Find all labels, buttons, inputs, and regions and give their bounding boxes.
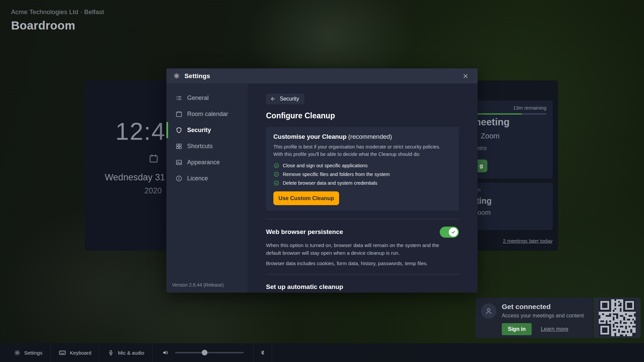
toggle-knob	[449, 228, 458, 237]
learn-more-link[interactable]: Learn more	[541, 326, 568, 332]
browser-persistence-note: Browser data includes cookies, form data…	[266, 260, 459, 266]
gear-icon	[173, 73, 180, 79]
current-meeting-provider: Zoom	[481, 132, 499, 140]
sign-in-button[interactable]: Sign in	[502, 323, 532, 335]
sidebar-item-label: Security	[187, 127, 211, 134]
volume-slider[interactable]	[175, 352, 244, 353]
version-label: Version 2.6.44 (Release)	[172, 282, 224, 288]
browser-persistence-description: When this option is turned on, browser d…	[266, 241, 454, 257]
sidebar-item-label: Appearance	[187, 159, 220, 166]
browser-persistence-toggle[interactable]	[440, 227, 459, 238]
settings-dialog-title: Settings	[184, 72, 210, 80]
clock-time: 12:4	[115, 117, 166, 145]
list-icon	[175, 95, 182, 102]
info-icon	[175, 175, 182, 182]
breadcrumb: Acme Technologies Ltd · Belfast	[11, 8, 104, 16]
bottom-keyboard-label: Keyboard	[70, 350, 91, 356]
divider	[266, 274, 459, 275]
next-meeting-provider: oom	[478, 209, 491, 217]
qr-code-tile	[594, 298, 641, 338]
calendar-icon	[175, 111, 182, 118]
person-icon	[481, 303, 496, 319]
shield-icon	[175, 127, 182, 134]
settings-content: Security Configure Cleanup Customise you…	[248, 83, 478, 293]
cleanup-profile-card: Customise your Cleanup (recommended) Thi…	[266, 127, 459, 211]
clock-date: Wednesday 31	[105, 172, 165, 183]
page-title: Configure Cleanup	[266, 111, 459, 120]
time-remaining-label: 13m remaining	[513, 105, 546, 111]
bottom-mic-button[interactable]: Mic & audio	[100, 343, 152, 362]
mic-icon	[108, 350, 114, 356]
settings-dialog-header: Settings	[166, 68, 478, 83]
next-meeting-title: ting	[476, 196, 492, 206]
keyboard-icon	[59, 349, 66, 356]
bottom-settings-button[interactable]: Settings	[0, 343, 51, 362]
cleanup-feature-label: Close and sign out specific applications	[283, 163, 368, 168]
bottom-bar: Settings Keyboard Mic & audio	[0, 343, 644, 362]
sidebar-item-general[interactable]: General	[166, 90, 248, 106]
arrow-left-icon	[270, 96, 276, 102]
sidebar-item-room-calendar[interactable]: Room calendar	[166, 106, 248, 122]
sidebar-item-label: General	[187, 95, 209, 102]
browser-persistence-title: Web browser persistence	[266, 228, 343, 236]
bluetooth-button[interactable]	[254, 343, 272, 362]
qr-code	[597, 299, 637, 336]
settings-sidebar: General Room calendar Security	[166, 83, 248, 293]
cleanup-feature-list: Close and sign out specific applications…	[273, 163, 451, 186]
cleanup-feature: Delete browser data and system credentia…	[273, 180, 451, 186]
cleanup-card-description: This profile is best if your organisatio…	[273, 143, 451, 158]
volume-control	[153, 343, 254, 362]
settings-dialog: Settings General Room c	[166, 68, 478, 293]
later-meetings-link[interactable]: 2 meetings later today	[503, 238, 552, 244]
bluetooth-icon	[260, 350, 266, 356]
get-connected-title: Get connected	[502, 303, 584, 311]
check-circle-icon	[273, 171, 279, 177]
close-icon	[462, 73, 469, 79]
clock-year: 2020	[145, 186, 162, 195]
cleanup-feature: Remove specific files and folders from t…	[273, 171, 451, 177]
sidebar-item-label: Shortcuts	[187, 143, 213, 150]
image-icon	[175, 159, 182, 166]
volume-slider-thumb[interactable]	[202, 350, 207, 356]
get-connected-card: Get connected Access your meetings and c…	[476, 298, 641, 338]
back-button-label: Security	[280, 96, 299, 102]
sidebar-item-shortcuts[interactable]: Shortcuts	[166, 138, 248, 154]
recommended-note: (recommended)	[348, 133, 392, 140]
check-circle-icon	[273, 180, 279, 186]
room-display-screen: Acme Technologies Ltd · Belfast Boardroo…	[0, 0, 644, 362]
sidebar-item-label: Licence	[187, 175, 208, 182]
cleanup-card-title: Customise your Cleanup (recommended)	[273, 133, 451, 140]
calendar-icon	[149, 154, 159, 164]
sidebar-item-security[interactable]: Security	[166, 122, 248, 138]
use-custom-cleanup-button[interactable]: Use Custom Cleanup	[273, 191, 339, 205]
divider	[266, 219, 459, 219]
automatic-cleanup-title: Set up automatic cleanup	[266, 283, 459, 291]
room-name: Boardroom	[11, 19, 104, 32]
speaker-icon	[162, 349, 169, 356]
check-icon	[451, 230, 456, 235]
current-meeting-title: meeting	[472, 117, 509, 128]
bottom-keyboard-button[interactable]: Keyboard	[51, 343, 100, 362]
cleanup-feature-label: Remove specific files and folders from t…	[283, 172, 390, 177]
sidebar-item-appearance[interactable]: Appearance	[166, 154, 248, 170]
close-button[interactable]	[461, 71, 471, 81]
room-header: Acme Technologies Ltd · Belfast Boardroo…	[11, 8, 104, 32]
bottom-settings-label: Settings	[24, 350, 42, 356]
current-meeting-organiser: eiro	[477, 145, 487, 152]
cleanup-feature: Close and sign out specific applications	[273, 163, 451, 169]
check-circle-icon	[273, 163, 279, 169]
sidebar-item-label: Room calendar	[187, 111, 228, 118]
cleanup-feature-label: Delete browser data and system credentia…	[283, 180, 377, 186]
sidebar-item-licence[interactable]: Licence	[166, 170, 248, 186]
gear-icon	[14, 350, 20, 356]
get-connected-subtitle: Access your meetings and content	[502, 313, 584, 319]
get-connected-main: Get connected Access your meetings and c…	[476, 298, 593, 338]
grid-icon	[175, 143, 182, 150]
bottom-mic-label: Mic & audio	[118, 350, 144, 356]
back-button[interactable]: Security	[266, 94, 304, 104]
